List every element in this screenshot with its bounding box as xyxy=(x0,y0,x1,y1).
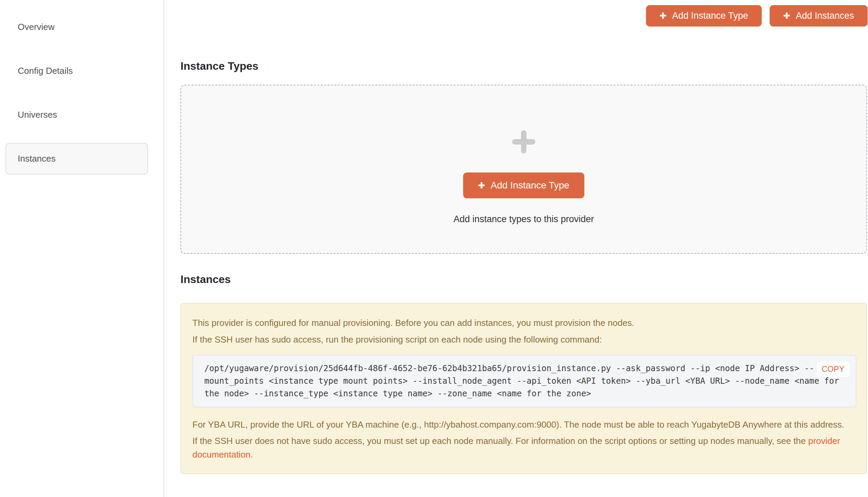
add-instances-button[interactable]: ✚ Add Instances xyxy=(770,5,868,27)
copy-button[interactable]: COPY xyxy=(816,361,850,377)
sidebar-item-universes[interactable]: Universes xyxy=(5,99,148,131)
add-instance-type-button[interactable]: ✚ Add Instance Type xyxy=(646,5,762,27)
provision-command-block: COPY /opt/yugaware/provision/25d644fb-48… xyxy=(192,355,856,408)
action-toolbar: ✚ Add Instance Type ✚ Add Instances xyxy=(180,0,868,27)
notice-line-2: If the SSH user has sudo access, run the… xyxy=(192,334,855,345)
main-content: ✚ Add Instance Type ✚ Add Instances Inst… xyxy=(165,0,868,497)
notice-line-4-text: If the SSH user does not have sudo acces… xyxy=(192,436,809,446)
sidebar-item-overview[interactable]: Overview xyxy=(5,11,148,43)
add-instance-type-button-label: Add Instance Type xyxy=(672,11,748,21)
sidebar-item-config-details[interactable]: Config Details xyxy=(5,55,148,87)
provider-sidebar: Overview Config Details Universes Instan… xyxy=(0,0,164,497)
empty-state-add-instance-type-button[interactable]: ✚ Add Instance Type xyxy=(463,172,584,198)
provision-command-text: /opt/yugaware/provision/25d644fb-486f-46… xyxy=(204,362,844,400)
instance-types-title: Instance Types xyxy=(180,59,868,72)
notice-line-1: This provider is configured for manual p… xyxy=(192,317,855,329)
notice-line-4: If the SSH user does not have sudo acces… xyxy=(192,434,855,461)
empty-state-caption: Add instance types to this provider xyxy=(454,214,594,225)
manual-provisioning-notice: This provider is configured for manual p… xyxy=(180,303,867,474)
instances-title: Instances xyxy=(180,273,868,286)
plus-icon: ✚ xyxy=(478,181,485,190)
add-instances-button-label: Add Instances xyxy=(796,11,854,21)
notice-line-3: For YBA URL, provide the URL of your YBA… xyxy=(192,418,855,431)
add-placeholder-plus-icon xyxy=(512,130,535,153)
sidebar-item-instances[interactable]: Instances xyxy=(5,143,148,174)
provider-details-page: Overview Config Details Universes Instan… xyxy=(0,0,868,497)
instance-types-empty-state: ✚ Add Instance Type Add instance types t… xyxy=(180,85,867,254)
plus-icon: ✚ xyxy=(660,12,667,20)
plus-icon: ✚ xyxy=(783,12,790,20)
empty-state-add-button-label: Add Instance Type xyxy=(491,180,569,191)
